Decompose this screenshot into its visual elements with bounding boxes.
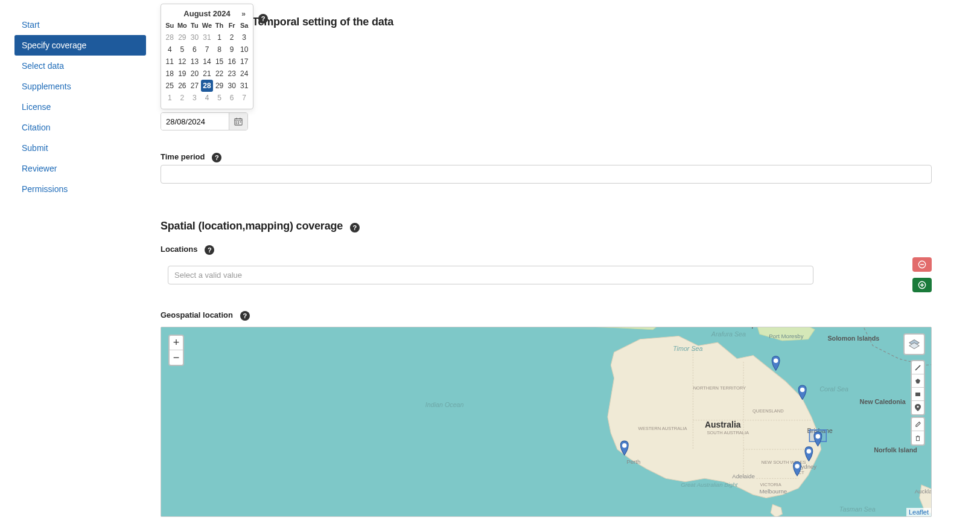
calendar-day[interactable]: 29 — [176, 31, 189, 43]
calendar-day[interactable]: 6 — [226, 92, 238, 104]
calendar-day[interactable]: 1 — [164, 92, 176, 104]
calendar-day[interactable]: 19 — [176, 68, 189, 80]
remove-location-button[interactable] — [912, 257, 932, 272]
calendar-day[interactable]: 3 — [238, 31, 250, 43]
date-field[interactable] — [161, 113, 229, 130]
calendar-day[interactable]: 31 — [201, 31, 214, 43]
calendar-dow: Mo — [176, 21, 189, 31]
time-period-input[interactable] — [161, 165, 932, 184]
svg-point-20 — [622, 443, 627, 448]
nav-item-permissions[interactable]: Permissions — [14, 179, 146, 199]
draw-rectangle-button[interactable] — [912, 388, 924, 401]
map-label: Arafura Sea — [711, 331, 746, 338]
map-label: QUEENSLAND — [752, 408, 784, 414]
nav-item-start[interactable]: Start — [14, 14, 146, 35]
calendar-day[interactable]: 15 — [213, 56, 226, 68]
nav-item-supplements[interactable]: Supplements — [14, 76, 146, 97]
calendar-day[interactable]: 11 — [164, 56, 176, 68]
calendar-dow: Tu — [188, 21, 201, 31]
datepicker-title[interactable]: August 2024 — [183, 9, 230, 18]
calendar-day[interactable]: 20 — [188, 68, 201, 80]
help-icon[interactable]: ? — [212, 153, 221, 162]
map[interactable]: SurabayaArafura SeaPapua New GuineaPort … — [161, 327, 932, 517]
calendar-day[interactable]: 24 — [238, 68, 250, 80]
locations-label: Locations — [161, 245, 197, 254]
calendar-day[interactable]: 28 — [201, 80, 214, 92]
map-label: NORTHERN TERRITORY — [693, 386, 746, 391]
layers-button[interactable] — [903, 333, 925, 355]
main-content: August 2024 » SuMoTuWeThFrSa 28293031123… — [161, 0, 980, 526]
calendar-day[interactable]: 31 — [238, 80, 250, 92]
nav-item-citation[interactable]: Citation — [14, 117, 146, 138]
zoom-out-button[interactable]: − — [170, 350, 183, 365]
calendar-day[interactable]: 2 — [176, 92, 189, 104]
calendar-day[interactable]: 7 — [201, 43, 214, 56]
datepicker-next[interactable]: » — [241, 10, 246, 18]
svg-rect-5 — [238, 121, 239, 123]
calendar-day[interactable]: 28 — [164, 31, 176, 43]
calendar-day[interactable]: 22 — [213, 68, 226, 80]
draw-polygon-button[interactable] — [912, 374, 924, 388]
draw-line-button[interactable] — [912, 361, 924, 374]
svg-rect-32 — [917, 437, 920, 441]
draw-marker-button[interactable] — [912, 401, 924, 414]
nav-item-select-data[interactable]: Select data — [14, 56, 146, 76]
calendar-button[interactable] — [229, 113, 247, 130]
spatial-section-title: Spatial (location,mapping) coverage — [161, 220, 343, 232]
calendar-day[interactable]: 13 — [188, 56, 201, 68]
time-period-label: Time period — [161, 152, 205, 161]
calendar-day[interactable]: 7 — [238, 92, 250, 104]
map-label: WESTERN AUSTRALIA — [638, 426, 687, 431]
calendar-day[interactable]: 27 — [188, 80, 201, 92]
map-label: Great Australian Bight — [681, 482, 738, 489]
svg-marker-29 — [915, 379, 920, 383]
calendar-day[interactable]: 23 — [226, 68, 238, 80]
help-icon[interactable]: ? — [205, 245, 214, 255]
add-location-button[interactable] — [912, 278, 932, 292]
zoom-in-button[interactable]: + — [170, 336, 183, 350]
svg-point-22 — [800, 388, 805, 393]
nav-item-submit[interactable]: Submit — [14, 138, 146, 158]
calendar-day[interactable]: 12 — [176, 56, 189, 68]
calendar-day[interactable]: 16 — [226, 56, 238, 68]
delete-button[interactable] — [912, 431, 924, 444]
calendar-day[interactable]: 17 — [238, 56, 250, 68]
svg-point-21 — [774, 359, 778, 364]
help-icon[interactable]: ? — [350, 223, 360, 233]
calendar-day[interactable]: 29 — [213, 80, 226, 92]
calendar-day[interactable]: 3 — [188, 92, 201, 104]
calendar-day[interactable]: 25 — [164, 80, 176, 92]
calendar-day[interactable]: 10 — [238, 43, 250, 56]
edit-button[interactable] — [912, 418, 924, 431]
calendar-day[interactable]: 18 — [164, 68, 176, 80]
calendar-day[interactable]: 21 — [201, 68, 214, 80]
locations-input[interactable] — [168, 266, 813, 284]
svg-rect-8 — [238, 123, 239, 124]
nav-item-reviewer[interactable]: Reviewer — [14, 158, 146, 179]
geospatial-label: Geospatial location — [161, 310, 233, 319]
calendar-day[interactable]: 30 — [188, 31, 201, 43]
help-icon[interactable]: ? — [240, 311, 250, 321]
svg-rect-2 — [237, 118, 237, 120]
map-label: Papua New Guinea — [743, 327, 803, 329]
calendar-day[interactable]: 9 — [226, 43, 238, 56]
map-label: Perth — [626, 458, 640, 465]
map-attribution[interactable]: Leaflet — [906, 508, 931, 516]
calendar-day[interactable]: 5 — [176, 43, 189, 56]
nav-item-license[interactable]: License — [14, 97, 146, 117]
calendar-day[interactable]: 1 — [213, 31, 226, 43]
calendar-day[interactable]: 6 — [188, 43, 201, 56]
calendar-day[interactable]: 5 — [213, 92, 226, 104]
calendar-day[interactable]: 8 — [213, 43, 226, 56]
svg-point-23 — [816, 434, 821, 439]
calendar-day[interactable]: 4 — [201, 92, 214, 104]
calendar-day[interactable]: 30 — [226, 80, 238, 92]
calendar-day[interactable]: 26 — [176, 80, 189, 92]
nav-item-specify-coverage[interactable]: Specify coverage — [14, 35, 146, 56]
calendar-day[interactable]: 2 — [226, 31, 238, 43]
edit-controls — [911, 417, 925, 446]
svg-rect-3 — [240, 118, 240, 120]
calendar-day[interactable]: 14 — [201, 56, 214, 68]
calendar-day[interactable]: 4 — [164, 43, 176, 56]
svg-rect-14 — [161, 327, 931, 516]
